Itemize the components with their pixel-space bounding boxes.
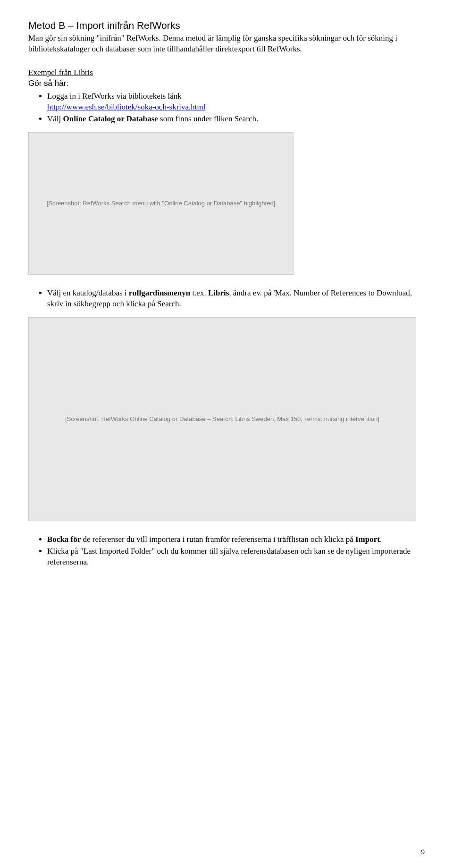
intro-paragraph: Man gör sin sökning "inifrån" RefWorks. … <box>28 33 425 55</box>
step-text: som finns under fliken Search. <box>158 114 258 123</box>
screenshot-refworks-search: [Screenshot: RefWorks Online Catalog or … <box>28 317 416 521</box>
list-item: Bocka för de referenser du vill importer… <box>47 534 425 545</box>
step-text: Logga in i RefWorks via bibliotekets län… <box>47 92 182 101</box>
step-list-3: Bocka för de referenser du vill importer… <box>28 534 425 568</box>
step-bold: rullgardinsmenyn <box>129 288 190 297</box>
page-title: Metod B – Import inifrån RefWorks <box>28 19 425 32</box>
step-text: Välj en katalog/databas i <box>47 288 129 297</box>
step-text: t.ex. <box>190 288 208 297</box>
step-bold: Import <box>355 535 380 544</box>
step-text: Klicka på "Last Imported Folder" och du … <box>47 547 411 566</box>
step-text: Välj <box>47 114 63 123</box>
list-item: Klicka på "Last Imported Folder" och du … <box>47 546 425 568</box>
step-bold: Online Catalog or Database <box>63 114 158 123</box>
screenshot-refworks-menu: [Screenshot: RefWorks Search menu with "… <box>28 132 294 275</box>
gor-sa-har-label: Gör så här: <box>28 79 68 88</box>
example-heading: Exempel från Libris <box>28 68 93 77</box>
step-list-2: Välj en katalog/databas i rullgardinsmen… <box>28 288 425 310</box>
step-text: de referenser du vill importera i rutan … <box>81 535 355 544</box>
bibliotek-link[interactable]: http://www.esh.se/bibliotek/soka-och-skr… <box>47 102 206 111</box>
step-bold: Bocka för <box>47 535 81 544</box>
step-bold: Libris <box>208 288 229 297</box>
list-item: Välj en katalog/databas i rullgardinsmen… <box>47 288 425 310</box>
step-list-1: Logga in i RefWorks via bibliotekets län… <box>28 91 425 125</box>
list-item: Logga in i RefWorks via bibliotekets län… <box>47 91 425 113</box>
list-item: Välj Online Catalog or Database som finn… <box>47 114 425 125</box>
step-text: . <box>380 535 382 544</box>
